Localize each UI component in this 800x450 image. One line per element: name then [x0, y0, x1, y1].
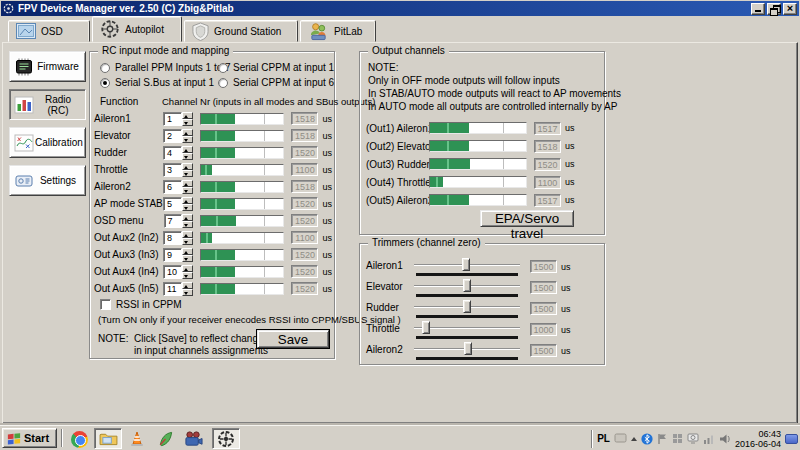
settings-device-icon: [13, 171, 35, 191]
spinner-up-icon[interactable]: [182, 265, 193, 272]
flag-icon[interactable]: [657, 433, 668, 445]
restore-button[interactable]: [767, 3, 781, 15]
chrome-icon[interactable]: [68, 429, 90, 449]
spinner-up-icon[interactable]: [182, 112, 193, 119]
show-desktop-button[interactable]: [785, 434, 798, 444]
pulse-width-value: 1520: [534, 158, 561, 171]
output-row: (Out5) Aileron2 1517us: [366, 191, 602, 209]
spinner-down-icon[interactable]: [182, 136, 193, 143]
channel-spinner[interactable]: 3: [163, 163, 193, 177]
feather-icon[interactable]: [154, 429, 176, 449]
trimmer-slider[interactable]: [414, 342, 520, 360]
radio-serial-cppm-1[interactable]: Serial CPPM at input 1: [218, 62, 334, 73]
rssi-checkbox[interactable]: [100, 299, 111, 310]
radio-serial-cppm-6[interactable]: Serial CPPM at input 6: [218, 77, 334, 88]
tab-ground-station[interactable]: Ground Station: [184, 20, 298, 42]
slider-thumb[interactable]: [462, 258, 470, 271]
start-button[interactable]: Start: [2, 428, 57, 448]
update-clock-icon[interactable]: [687, 433, 699, 444]
trimmer-value: 1500: [530, 302, 557, 315]
bluetooth-icon[interactable]: [641, 433, 653, 445]
video-camera-icon[interactable]: [182, 429, 204, 449]
trimmer-value: 1500: [530, 344, 557, 357]
network-signal-icon[interactable]: [703, 434, 715, 444]
epa-servo-travel-button[interactable]: EPA/Servo travel: [480, 210, 574, 227]
spinner-up-icon[interactable]: [182, 197, 193, 204]
rssi-checkbox-row[interactable]: RSSI in CPPM: [100, 299, 182, 310]
spinner-down-icon[interactable]: [182, 204, 193, 211]
spinner-up-icon[interactable]: [182, 180, 193, 187]
monitor-icon[interactable]: [614, 433, 627, 444]
channel-spinner[interactable]: 11: [163, 282, 193, 296]
channel-spinner[interactable]: 10: [163, 265, 193, 279]
channel-spinner[interactable]: 5: [163, 197, 193, 211]
trimmer-slider[interactable]: [414, 279, 520, 297]
spinner-down-icon[interactable]: [182, 170, 193, 177]
sidebar-item-calibration[interactable]: Calibration: [9, 127, 86, 158]
output-row: (Out3) Rudder 1520us: [366, 155, 602, 173]
pulse-width-value: 1100: [534, 176, 561, 189]
slider-thumb[interactable]: [464, 342, 472, 355]
spinner-up-icon[interactable]: [182, 129, 193, 136]
radio-circle[interactable]: [218, 78, 228, 88]
rc-channel-row: Throttle 3 1100us: [94, 161, 332, 178]
channel-spinner[interactable]: 8: [163, 231, 193, 245]
channel-spinner[interactable]: 9: [163, 248, 193, 262]
radio-circle[interactable]: [218, 63, 228, 73]
chevron-up-icon[interactable]: [631, 434, 637, 441]
channel-spinner[interactable]: 1: [163, 112, 193, 126]
vlc-cone-icon[interactable]: [126, 429, 148, 449]
spinner-down-icon[interactable]: [182, 272, 193, 279]
explorer-folder-icon[interactable]: [94, 428, 122, 449]
spinner-up-icon[interactable]: [182, 231, 193, 238]
close-button[interactable]: [783, 3, 797, 15]
spinner-down-icon[interactable]: [182, 187, 193, 194]
save-button[interactable]: Save: [257, 330, 329, 348]
grid-icon[interactable]: [672, 433, 683, 444]
trimmer-slider[interactable]: [414, 258, 520, 276]
slider-thumb[interactable]: [463, 279, 471, 292]
channel-spinner[interactable]: 7: [164, 214, 193, 228]
spinner-down-icon[interactable]: [182, 238, 193, 245]
spinner-down-icon[interactable]: [182, 255, 193, 262]
spinner-down-icon[interactable]: [182, 153, 193, 160]
trimmer-slider[interactable]: [414, 321, 520, 339]
autopilot-icon: [100, 19, 120, 39]
radio-parallel-ppm[interactable]: Parallel PPM Inputs 1 to 7: [100, 62, 231, 73]
spinner-up-icon[interactable]: [182, 214, 193, 221]
spinner-up-icon[interactable]: [182, 163, 193, 170]
channel-spinner[interactable]: 4: [163, 146, 193, 160]
trimmer-slider[interactable]: [414, 300, 520, 318]
desktop: FPV Device Manager ver. 2.50 (C) Zbig&Pi…: [0, 0, 800, 450]
language-indicator[interactable]: PL: [597, 433, 610, 444]
radio-circle[interactable]: [100, 78, 110, 88]
output-channels-group: Output channels NOTE: Only in OFF mode o…: [359, 51, 605, 235]
input-level-bar: [200, 283, 285, 295]
fpv-wheel-icon[interactable]: [212, 428, 240, 449]
slider-thumb[interactable]: [422, 321, 430, 334]
spinner-up-icon[interactable]: [182, 282, 193, 289]
tab-pitlab[interactable]: PitLab: [300, 20, 376, 42]
volume-icon[interactable]: [719, 433, 731, 445]
minimize-button[interactable]: [751, 3, 765, 15]
spinner-down-icon[interactable]: [182, 119, 193, 126]
sidebar-item-settings[interactable]: Settings: [9, 165, 86, 196]
trimmer-value: 1500: [530, 281, 557, 294]
sidebar-item-radio-rc[interactable]: Radio (RC): [9, 89, 86, 120]
tab-autopilot[interactable]: Autopilot: [92, 16, 182, 42]
spinner-down-icon[interactable]: [182, 289, 193, 296]
channel-spinner[interactable]: 2: [163, 129, 193, 143]
trimmer-value: 1000: [530, 323, 557, 336]
input-level-bar: [200, 113, 285, 125]
spinner-up-icon[interactable]: [182, 146, 193, 153]
spinner-down-icon[interactable]: [182, 221, 193, 228]
spinner-up-icon[interactable]: [182, 248, 193, 255]
note-label: NOTE:: [98, 333, 129, 344]
tab-osd[interactable]: OSD: [8, 20, 90, 42]
channel-spinner[interactable]: 6: [163, 180, 193, 194]
sidebar-item-firmware[interactable]: Firmware: [9, 51, 86, 82]
radio-circle[interactable]: [100, 63, 110, 73]
radio-serial-sbus[interactable]: Serial S.Bus at input 1: [100, 77, 214, 88]
tray-clock[interactable]: 06:43 2016-06-04: [735, 429, 781, 449]
slider-thumb[interactable]: [463, 300, 471, 313]
